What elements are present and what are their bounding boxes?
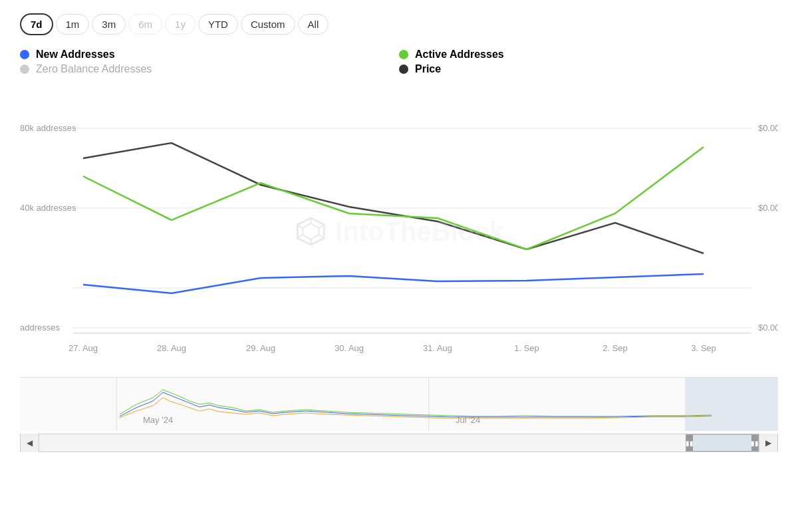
btn-all[interactable]: All	[298, 14, 329, 35]
svg-text:27. Aug: 27. Aug	[68, 343, 98, 353]
chart-legend: New Addresses Active Addresses Zero Bala…	[20, 49, 778, 75]
svg-text:$0.009000: $0.009000	[758, 123, 778, 133]
svg-text:80k addresses: 80k addresses	[20, 123, 76, 133]
svg-text:addresses: addresses	[20, 323, 60, 332]
handle-left-icon: ▮▮	[686, 440, 694, 447]
svg-text:$0.006600: $0.006600	[758, 323, 778, 332]
main-chart: IntoTheBlock 80k addresses 40k addresses…	[20, 88, 778, 374]
svg-rect-27	[20, 378, 778, 431]
scroll-left-button[interactable]: ◀	[21, 434, 39, 452]
chart-svg: 80k addresses 40k addresses addresses $0…	[20, 88, 778, 374]
scroll-track[interactable]: ▮▮ ▮▮	[39, 434, 759, 452]
scroll-right-button[interactable]: ▶	[759, 434, 777, 452]
btn-3m[interactable]: 3m	[92, 14, 126, 35]
svg-text:31. Aug: 31. Aug	[423, 343, 452, 353]
btn-1y[interactable]: 1y	[165, 14, 196, 35]
svg-text:29. Aug: 29. Aug	[246, 343, 275, 353]
time-range-selector: 7d 1m 3m 6m 1y YTD Custom All	[20, 13, 778, 35]
price-line	[83, 143, 704, 253]
legend-dot-active-addresses	[399, 50, 408, 59]
btn-6m[interactable]: 6m	[128, 14, 162, 35]
main-container: 7d 1m 3m 6m 1y YTD Custom All New Addres…	[0, 0, 798, 532]
btn-7d[interactable]: 7d	[20, 13, 53, 35]
legend-zero-balance: Zero Balance Addresses	[20, 63, 399, 75]
legend-dot-zero-balance	[20, 65, 29, 74]
scroll-handle-right[interactable]: ▮▮	[751, 435, 758, 451]
svg-text:$0.007800: $0.007800	[758, 203, 778, 213]
svg-text:28. Aug: 28. Aug	[157, 343, 186, 353]
legend-new-addresses: New Addresses	[20, 49, 399, 61]
svg-text:30. Aug: 30. Aug	[334, 343, 364, 353]
navigator: May '24 Jul '24 ◀ ▮▮ ▮▮	[20, 377, 778, 450]
legend-active-addresses: Active Addresses	[399, 49, 778, 61]
scroll-selection[interactable]: ▮▮ ▮▮	[686, 434, 759, 452]
btn-custom[interactable]: Custom	[241, 14, 295, 35]
legend-dot-price	[399, 65, 408, 74]
handle-right-icon: ▮▮	[751, 440, 759, 447]
new-addresses-line	[83, 274, 704, 293]
navigator-svg: May '24 Jul '24	[20, 378, 778, 431]
btn-1m[interactable]: 1m	[56, 14, 90, 35]
active-addresses-line	[83, 147, 704, 249]
legend-price: Price	[399, 63, 778, 75]
legend-label-new-addresses: New Addresses	[36, 49, 115, 61]
scroll-handle-left[interactable]: ▮▮	[686, 435, 693, 451]
navigator-scrollbar: ◀ ▮▮ ▮▮ ▶	[20, 434, 778, 452]
legend-label-price: Price	[415, 63, 441, 75]
svg-text:2. Sep: 2. Sep	[602, 343, 628, 353]
svg-rect-32	[685, 378, 778, 431]
legend-label-zero-balance: Zero Balance Addresses	[36, 63, 152, 75]
svg-text:3. Sep: 3. Sep	[691, 343, 716, 353]
btn-ytd[interactable]: YTD	[198, 14, 238, 35]
legend-label-active-addresses: Active Addresses	[415, 49, 504, 61]
svg-text:May '24: May '24	[143, 415, 173, 425]
legend-dot-new-addresses	[20, 50, 29, 59]
svg-text:40k addresses: 40k addresses	[20, 203, 76, 213]
svg-text:1. Sep: 1. Sep	[514, 343, 539, 353]
